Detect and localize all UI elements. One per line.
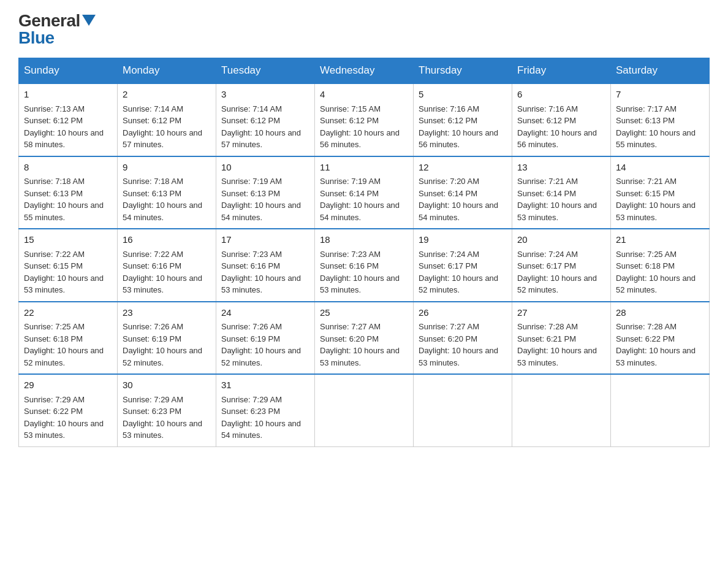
day-info: Sunrise: 7:26 AMSunset: 6:19 PMDaylight:… <box>221 321 309 369</box>
calendar-cell: 16Sunrise: 7:22 AMSunset: 6:16 PMDayligh… <box>118 229 216 302</box>
day-number: 10 <box>221 161 309 175</box>
day-info: Sunrise: 7:23 AMSunset: 6:16 PMDaylight:… <box>320 248 408 296</box>
calendar-cell: 27Sunrise: 7:28 AMSunset: 6:21 PMDayligh… <box>512 302 611 375</box>
day-info: Sunrise: 7:28 AMSunset: 6:21 PMDaylight:… <box>517 321 605 369</box>
day-number: 16 <box>123 233 211 247</box>
calendar-cell: 5Sunrise: 7:16 AMSunset: 6:12 PMDaylight… <box>414 83 512 156</box>
day-number: 23 <box>123 306 211 320</box>
page-header: General Blue <box>18 12 710 47</box>
calendar-cell: 29Sunrise: 7:29 AMSunset: 6:22 PMDayligh… <box>19 374 118 446</box>
calendar-cell: 13Sunrise: 7:21 AMSunset: 6:14 PMDayligh… <box>512 156 611 229</box>
day-info: Sunrise: 7:14 AMSunset: 6:12 PMDaylight:… <box>221 103 309 151</box>
week-row-1: 1Sunrise: 7:13 AMSunset: 6:12 PMDaylight… <box>19 83 710 156</box>
calendar-cell: 31Sunrise: 7:29 AMSunset: 6:23 PMDayligh… <box>216 374 315 446</box>
calendar-cell: 4Sunrise: 7:15 AMSunset: 6:12 PMDaylight… <box>315 83 414 156</box>
col-header-wednesday: Wednesday <box>315 58 414 84</box>
day-number: 2 <box>123 88 211 102</box>
calendar-cell: 1Sunrise: 7:13 AMSunset: 6:12 PMDaylight… <box>19 83 118 156</box>
calendar-cell: 22Sunrise: 7:25 AMSunset: 6:18 PMDayligh… <box>19 302 118 375</box>
day-info: Sunrise: 7:25 AMSunset: 6:18 PMDaylight:… <box>616 248 704 296</box>
day-info: Sunrise: 7:24 AMSunset: 6:17 PMDaylight:… <box>517 248 605 296</box>
day-number: 17 <box>221 233 309 247</box>
day-number: 19 <box>419 233 507 247</box>
day-number: 1 <box>24 88 112 102</box>
calendar-cell: 12Sunrise: 7:20 AMSunset: 6:14 PMDayligh… <box>414 156 512 229</box>
day-number: 13 <box>517 161 605 175</box>
calendar-cell: 24Sunrise: 7:26 AMSunset: 6:19 PMDayligh… <box>216 302 315 375</box>
col-header-friday: Friday <box>512 58 611 84</box>
day-number: 21 <box>616 233 704 247</box>
logo-general-text: General <box>18 12 80 29</box>
day-number: 28 <box>616 306 704 320</box>
logo: General Blue <box>18 12 96 47</box>
day-number: 15 <box>24 233 112 247</box>
calendar-cell: 3Sunrise: 7:14 AMSunset: 6:12 PMDaylight… <box>216 83 315 156</box>
col-header-tuesday: Tuesday <box>216 58 315 84</box>
day-info: Sunrise: 7:22 AMSunset: 6:16 PMDaylight:… <box>123 248 211 296</box>
day-info: Sunrise: 7:14 AMSunset: 6:12 PMDaylight:… <box>123 103 211 151</box>
calendar-cell: 10Sunrise: 7:19 AMSunset: 6:13 PMDayligh… <box>216 156 315 229</box>
day-number: 20 <box>517 233 605 247</box>
day-info: Sunrise: 7:21 AMSunset: 6:14 PMDaylight:… <box>517 175 605 223</box>
calendar-cell: 7Sunrise: 7:17 AMSunset: 6:13 PMDaylight… <box>611 83 710 156</box>
week-row-4: 22Sunrise: 7:25 AMSunset: 6:18 PMDayligh… <box>19 302 710 375</box>
day-info: Sunrise: 7:18 AMSunset: 6:13 PMDaylight:… <box>123 175 211 223</box>
day-info: Sunrise: 7:16 AMSunset: 6:12 PMDaylight:… <box>517 103 605 151</box>
day-number: 3 <box>221 88 309 102</box>
day-number: 30 <box>123 378 211 393</box>
calendar-header-row: SundayMondayTuesdayWednesdayThursdayFrid… <box>19 58 710 84</box>
day-number: 7 <box>616 88 704 102</box>
day-number: 14 <box>616 161 704 175</box>
day-number: 5 <box>419 88 507 102</box>
calendar-cell <box>414 374 512 446</box>
day-info: Sunrise: 7:29 AMSunset: 6:23 PMDaylight:… <box>221 394 309 442</box>
day-number: 6 <box>517 88 605 102</box>
day-info: Sunrise: 7:24 AMSunset: 6:17 PMDaylight:… <box>419 248 507 296</box>
day-info: Sunrise: 7:16 AMSunset: 6:12 PMDaylight:… <box>419 103 507 151</box>
day-info: Sunrise: 7:29 AMSunset: 6:22 PMDaylight:… <box>24 394 112 442</box>
calendar-cell: 15Sunrise: 7:22 AMSunset: 6:15 PMDayligh… <box>19 229 118 302</box>
day-number: 26 <box>419 306 507 320</box>
calendar-cell: 18Sunrise: 7:23 AMSunset: 6:16 PMDayligh… <box>315 229 414 302</box>
day-info: Sunrise: 7:29 AMSunset: 6:23 PMDaylight:… <box>123 394 211 442</box>
day-number: 27 <box>517 306 605 320</box>
day-info: Sunrise: 7:26 AMSunset: 6:19 PMDaylight:… <box>123 321 211 369</box>
week-row-3: 15Sunrise: 7:22 AMSunset: 6:15 PMDayligh… <box>19 229 710 302</box>
day-info: Sunrise: 7:15 AMSunset: 6:12 PMDaylight:… <box>320 103 408 151</box>
day-info: Sunrise: 7:18 AMSunset: 6:13 PMDaylight:… <box>24 175 112 223</box>
logo-blue-text: Blue <box>18 29 55 47</box>
calendar-cell: 14Sunrise: 7:21 AMSunset: 6:15 PMDayligh… <box>611 156 710 229</box>
day-number: 8 <box>24 161 112 175</box>
day-info: Sunrise: 7:19 AMSunset: 6:14 PMDaylight:… <box>320 175 408 223</box>
calendar-cell: 21Sunrise: 7:25 AMSunset: 6:18 PMDayligh… <box>611 229 710 302</box>
calendar-cell: 8Sunrise: 7:18 AMSunset: 6:13 PMDaylight… <box>19 156 118 229</box>
col-header-monday: Monday <box>118 58 216 84</box>
day-info: Sunrise: 7:28 AMSunset: 6:22 PMDaylight:… <box>616 321 704 369</box>
calendar-cell <box>611 374 710 446</box>
calendar-cell: 6Sunrise: 7:16 AMSunset: 6:12 PMDaylight… <box>512 83 611 156</box>
logo-arrow-icon <box>82 15 96 26</box>
calendar-cell: 26Sunrise: 7:27 AMSunset: 6:20 PMDayligh… <box>414 302 512 375</box>
calendar-cell: 30Sunrise: 7:29 AMSunset: 6:23 PMDayligh… <box>118 374 216 446</box>
calendar-cell: 25Sunrise: 7:27 AMSunset: 6:20 PMDayligh… <box>315 302 414 375</box>
day-info: Sunrise: 7:25 AMSunset: 6:18 PMDaylight:… <box>24 321 112 369</box>
day-info: Sunrise: 7:23 AMSunset: 6:16 PMDaylight:… <box>221 248 309 296</box>
col-header-saturday: Saturday <box>611 58 710 84</box>
col-header-thursday: Thursday <box>414 58 512 84</box>
day-info: Sunrise: 7:27 AMSunset: 6:20 PMDaylight:… <box>419 321 507 369</box>
day-info: Sunrise: 7:22 AMSunset: 6:15 PMDaylight:… <box>24 248 112 296</box>
day-number: 24 <box>221 306 309 320</box>
day-number: 25 <box>320 306 408 320</box>
week-row-2: 8Sunrise: 7:18 AMSunset: 6:13 PMDaylight… <box>19 156 710 229</box>
day-number: 12 <box>419 161 507 175</box>
day-info: Sunrise: 7:20 AMSunset: 6:14 PMDaylight:… <box>419 175 507 223</box>
calendar-cell: 23Sunrise: 7:26 AMSunset: 6:19 PMDayligh… <box>118 302 216 375</box>
week-row-5: 29Sunrise: 7:29 AMSunset: 6:22 PMDayligh… <box>19 374 710 446</box>
col-header-sunday: Sunday <box>19 58 118 84</box>
svg-marker-0 <box>82 15 96 26</box>
day-number: 9 <box>123 161 211 175</box>
calendar-table: SundayMondayTuesdayWednesdayThursdayFrid… <box>18 58 710 447</box>
calendar-cell: 20Sunrise: 7:24 AMSunset: 6:17 PMDayligh… <box>512 229 611 302</box>
day-number: 18 <box>320 233 408 247</box>
calendar-cell: 11Sunrise: 7:19 AMSunset: 6:14 PMDayligh… <box>315 156 414 229</box>
